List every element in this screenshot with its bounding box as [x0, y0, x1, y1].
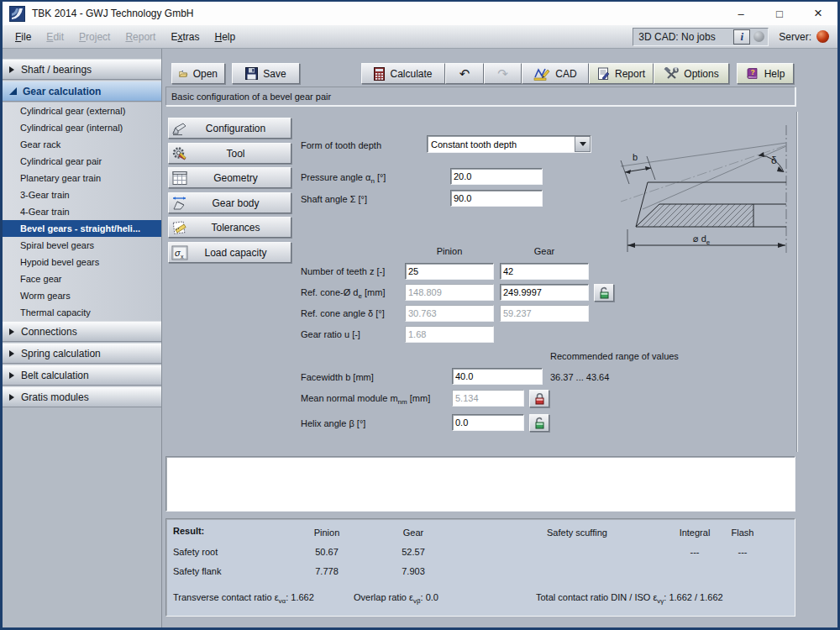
titlebar: TBK 2014 - GWJ Technology GmbH – □ × [3, 2, 837, 25]
cad-status-text: 3D CAD: No jobs [638, 31, 715, 43]
sidebar-item-cylindrical-gear-external[interactable]: Cylindrical gear (external) [3, 102, 161, 119]
gear-body-button[interactable]: Gear body [168, 192, 291, 213]
sidebar-section-belt-calculation[interactable]: Belt calculation [3, 365, 161, 386]
sidebar-item-cylindrical-gear-pair[interactable]: Cylindrical gear pair [3, 153, 161, 170]
collapsed-arrow-icon [9, 372, 14, 379]
gear-body-icon [171, 195, 188, 212]
app-logo-icon [9, 6, 25, 22]
scuffing-flash-value: --- [711, 547, 774, 557]
page-title: Basic configuration of a bevel gear pair [165, 87, 795, 106]
collapsed-arrow-icon [9, 66, 14, 73]
tolerances-button[interactable]: Tolerances [168, 217, 291, 238]
tooth-depth-select[interactable]: Constant tooth depth [427, 135, 591, 153]
cad-status-indicator [753, 31, 764, 42]
bevel-gear-diagram: b δ ⌀ de [619, 120, 797, 261]
server-label: Server: [779, 31, 811, 43]
app-window: TBK 2014 - GWJ Technology GmbH – □ × Fil… [0, 0, 840, 630]
svg-text:x: x [181, 254, 184, 260]
cad-info-button[interactable]: i [733, 29, 750, 45]
ref-cone-diameter-gear-input[interactable] [500, 284, 589, 301]
close-button[interactable]: × [799, 2, 837, 25]
calculate-button[interactable]: Calculate [361, 63, 445, 84]
sidebar-item-4-gear-train[interactable]: 4-Gear train [3, 203, 161, 220]
redo-button[interactable]: ↷ [484, 63, 522, 84]
teeth-gear-input[interactable] [500, 263, 589, 280]
lock-closed-icon [534, 392, 545, 405]
svg-text:?: ? [750, 68, 754, 76]
sidebar-section-gratis-modules[interactable]: Gratis modules [3, 386, 161, 407]
menu-file[interactable]: File [8, 31, 39, 43]
undo-icon: ↶ [459, 67, 470, 80]
cad-button[interactable]: CAD [522, 63, 589, 84]
sidebar-item-worm-gears[interactable]: Worm gears [3, 287, 161, 304]
facewidth-input[interactable] [452, 368, 543, 385]
sidebar-item-3-gear-train[interactable]: 3-Gear train [3, 186, 161, 203]
collapsed-arrow-icon [9, 394, 14, 401]
sidebar-item-gear-rack[interactable]: Gear rack [3, 136, 161, 153]
save-button[interactable]: Save [232, 63, 300, 84]
safety-flank-label: Safety flank [173, 566, 221, 576]
report-document-icon [597, 67, 610, 81]
redo-icon: ↷ [497, 67, 508, 80]
sidebar-item-thermal-capacity[interactable]: Thermal capacity [3, 304, 161, 321]
results-col-pinion: Pinion [293, 528, 360, 538]
options-button[interactable]: Options [654, 63, 729, 84]
results-col-flash: Flash [711, 528, 774, 538]
expanded-arrow-icon [9, 87, 17, 95]
geometry-button[interactable]: Geometry [168, 167, 291, 188]
sidebar-item-bevel-gears[interactable]: Bevel gears - straight/heli... [3, 220, 161, 237]
chevron-down-icon [580, 142, 586, 146]
sidebar-section-gear-calculation[interactable]: Gear calculation [3, 81, 161, 102]
maximize-button[interactable]: □ [760, 2, 799, 25]
sidebar-item-planetary-gear-train[interactable]: Planetary gear train [3, 170, 161, 186]
configuration-button[interactable]: Configuration [168, 118, 291, 139]
geometry-grid-icon [171, 170, 188, 186]
sidebar-item-face-gear[interactable]: Face gear [3, 270, 161, 287]
results-title: Result: [173, 526, 204, 536]
sidebar-item-cylindrical-gear-internal[interactable]: Cylindrical gear (internal) [3, 119, 161, 136]
safety-root-pinion-value: 50.67 [293, 547, 360, 557]
diagram-de-label: ⌀ de [693, 234, 711, 246]
helix-lock-button[interactable] [529, 414, 549, 432]
menubar: File Edit Project Report Extras Help 3D … [3, 25, 837, 49]
helix-angle-input[interactable] [452, 414, 524, 431]
save-floppy-icon [245, 67, 258, 80]
facewidth-range: 36.37 ... 43.64 [550, 372, 609, 382]
collapsed-arrow-icon [9, 350, 14, 357]
shaft-angle-input[interactable] [450, 190, 543, 207]
options-tools-icon [664, 67, 679, 81]
cad-pencil-icon [533, 67, 550, 81]
gear-calculation-items: Cylindrical gear (external) Cylindrical … [3, 102, 161, 321]
sidebar-section-connections[interactable]: Connections [3, 321, 161, 342]
help-button[interactable]: ? Help [737, 63, 794, 84]
ref-cone-diameter-lock-button[interactable] [594, 284, 614, 302]
tolerances-icon [171, 219, 188, 236]
gear-ratio-field [405, 326, 494, 343]
lock-open-icon [599, 286, 610, 299]
sidebar-item-hypoid-bevel-gears[interactable]: Hypoid bevel gears [3, 254, 161, 270]
sidebar-section-shaft-bearings[interactable]: Shaft / bearings [3, 59, 161, 80]
tool-button[interactable]: Tool [168, 143, 291, 164]
load-capacity-button[interactable]: σ x Load capacity [168, 242, 291, 263]
results-panel: Result: Pinion Gear Safety scuffing Inte… [165, 518, 795, 617]
menu-help[interactable]: Help [207, 31, 243, 43]
ref-cone-angle-label: Ref. cone angle δ [°] [301, 308, 385, 318]
sidebar-item-spiral-bevel-gears[interactable]: Spiral bevel gears [3, 237, 161, 254]
sidebar: Shaft / bearings Gear calculation Cylind… [3, 49, 162, 627]
undo-button[interactable]: ↶ [445, 63, 484, 84]
minimize-button[interactable]: – [722, 2, 760, 25]
gear-ratio-label: Gear ratio u [-] [301, 329, 360, 339]
menu-extras[interactable]: Extras [163, 31, 207, 43]
module-lock-button[interactable] [529, 390, 549, 407]
diagram-b-label: b [633, 152, 638, 162]
report-button[interactable]: Report [589, 63, 654, 84]
lock-open-icon [534, 417, 545, 429]
mean-normal-module-field [452, 390, 524, 407]
dropdown-arrow-button[interactable] [575, 136, 591, 152]
open-button[interactable]: Open [171, 63, 225, 84]
pressure-angle-input[interactable] [450, 168, 543, 185]
tool-gear-icon [171, 145, 188, 162]
teeth-pinion-input[interactable] [405, 263, 494, 280]
menu-report: Report [118, 31, 163, 43]
sidebar-section-spring-calculation[interactable]: Spring calculation [3, 343, 161, 364]
